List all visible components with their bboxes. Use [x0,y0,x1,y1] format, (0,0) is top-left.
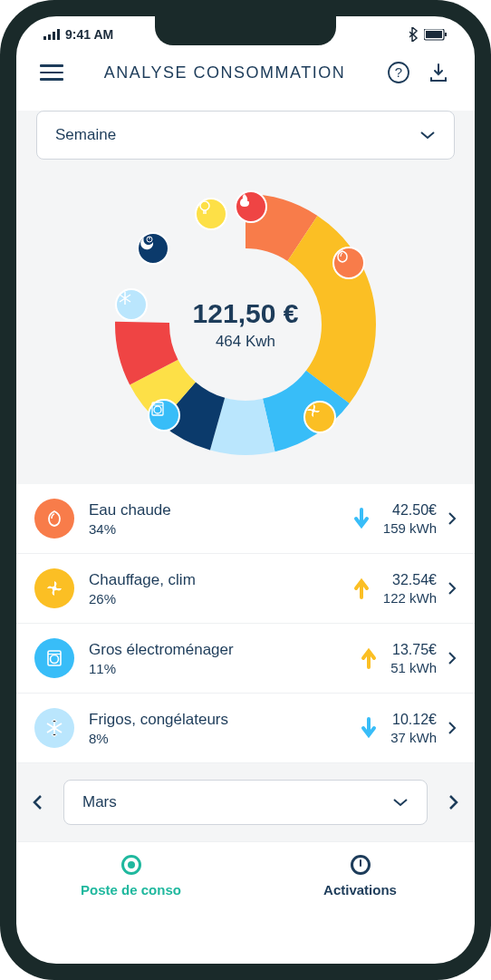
chevron-down-icon [419,131,436,140]
snowflake-icon [115,288,148,321]
donut-chart: 121,50 € 464 Kwh [36,172,455,484]
washer-icon [34,638,74,678]
tab-activations[interactable]: Activations [246,855,475,898]
svg-rect-3 [57,29,60,40]
item-cost: 13.75€ [390,642,437,658]
bluetooth-icon [409,27,419,42]
item-kwh: 51 kWh [390,660,437,675]
page-title: ANALYSE CONSOMMATION [104,63,345,82]
period-label: Semaine [55,126,116,144]
snowflake-icon [34,708,74,748]
battery-icon [424,29,448,41]
chevron-left-icon [32,794,43,810]
item-pct: 26% [89,591,343,606]
tab-poste-de-conso[interactable]: Poste de conso [16,855,246,898]
item-pct: 34% [89,521,343,537]
svg-rect-6 [445,33,447,36]
item-name: Gros électroménager [89,641,351,659]
item-kwh: 37 kWh [390,730,437,745]
item-pct: 11% [89,661,351,676]
chevron-right-icon [448,511,457,526]
item-kwh: 159 kWh [383,520,437,536]
chevron-right-icon [448,651,457,665]
hot-water-icon [332,247,365,279]
item-cost: 32.54€ [383,572,437,588]
item-pct: 8% [89,731,351,746]
svg-rect-1 [48,34,51,40]
download-icon [428,62,449,83]
fan-icon [303,401,336,433]
fan-icon [34,568,74,608]
svg-rect-5 [426,31,442,38]
next-month-button[interactable] [440,789,467,816]
list-item[interactable]: Eau chaude34% 42.50€159 kWh [16,484,475,554]
chevron-down-icon [392,798,409,807]
tab-label: Activations [323,882,397,898]
svg-rect-0 [43,36,46,40]
signal-icon [43,29,60,40]
list-item[interactable]: Gros électroménager11% 13.75€51 kWh [16,624,475,694]
power-icon [351,855,371,875]
tab-label: Poste de conso [81,882,181,898]
svg-text:?: ? [395,64,402,80]
washer-icon [148,399,180,432]
svg-point-18 [154,406,161,413]
trend-down-icon [360,715,381,741]
target-icon [121,855,141,875]
item-cost: 42.50€ [383,502,437,519]
item-cost: 10.12€ [390,712,437,728]
trend-up-icon [352,576,374,601]
svg-point-22 [200,201,209,210]
item-name: Chauffage, clim [89,571,343,589]
status-time: 9:41 AM [65,27,113,42]
total-cost: 121,50 € [193,298,299,329]
list-item[interactable]: Chauffage, clim26% 32.54€122 kWh [16,554,475,624]
bulb-icon [195,198,227,230]
standby-icon [137,232,169,265]
help-button[interactable]: ? [386,60,411,85]
prev-month-button[interactable] [24,789,51,816]
chevron-right-icon [448,794,459,810]
menu-button[interactable] [40,64,63,81]
chevron-right-icon [448,581,457,596]
trend-up-icon [360,645,381,671]
category-list: Eau chaude34% 42.50€159 kWh Chauffage, c… [16,484,475,763]
download-button[interactable] [426,60,451,85]
month-label: Mars [82,793,117,811]
trend-down-icon [352,506,374,531]
total-kwh: 464 Kwh [193,333,299,351]
flame-icon [235,190,267,223]
item-name: Frigos, congélateurs [89,711,351,729]
chevron-right-icon [448,721,457,735]
svg-point-25 [51,655,59,664]
month-dropdown[interactable]: Mars [63,780,428,825]
hot-water-icon [34,499,74,539]
help-icon: ? [387,61,410,84]
item-kwh: 122 kWh [383,590,437,606]
list-item[interactable]: Frigos, congélateurs8% 10.12€37 kWh [16,694,475,763]
period-dropdown[interactable]: Semaine [36,111,455,160]
item-name: Eau chaude [89,501,343,519]
svg-rect-2 [53,32,55,40]
